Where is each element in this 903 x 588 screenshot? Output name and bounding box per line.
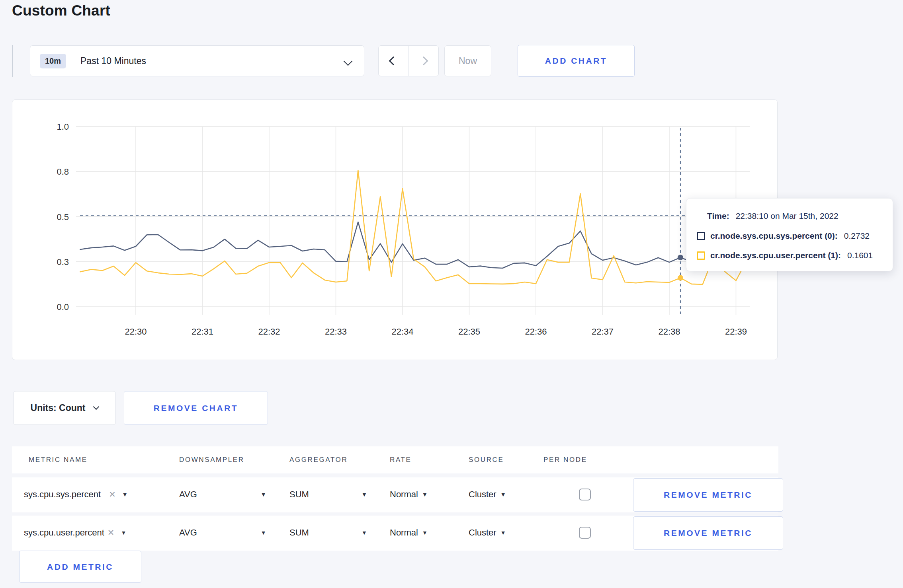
- rate-select[interactable]: Normal: [390, 528, 418, 538]
- source-select[interactable]: Cluster: [469, 528, 496, 538]
- time-range-label: Past 10 Minutes: [80, 56, 146, 66]
- clear-metric-icon[interactable]: ✕: [109, 490, 116, 499]
- svg-text:22:33: 22:33: [325, 327, 347, 337]
- time-range-select[interactable]: 10m Past 10 Minutes: [30, 45, 364, 76]
- chart-hover-tooltip: Time: 22:38:10 on Mar 15th, 2022 cr.node…: [686, 198, 893, 271]
- col-rate: RATE: [390, 456, 411, 464]
- col-downsampler: DOWNSAMPLER: [179, 456, 244, 464]
- svg-text:22:35: 22:35: [458, 327, 480, 337]
- user-series-swatch-icon: [697, 251, 705, 260]
- col-metric-name: METRIC NAME: [29, 456, 88, 464]
- remove-metric-button[interactable]: REMOVE METRIC: [633, 478, 783, 512]
- units-select[interactable]: Units: Count: [13, 391, 116, 425]
- metric-row: sys.cpu.sys.percent ✕ ▼ AVG▼ SUM▼ Normal…: [12, 477, 778, 512]
- svg-text:22:31: 22:31: [192, 327, 213, 337]
- page-title: Custom Chart: [12, 2, 110, 19]
- time-step-buttons: [378, 45, 439, 76]
- clear-metric-icon[interactable]: ✕: [108, 528, 115, 537]
- remove-chart-button[interactable]: REMOVE CHART: [124, 391, 268, 425]
- caret-down-icon[interactable]: ▼: [362, 491, 367, 498]
- metric-row: sys.cpu.user.percent ✕ ▼ AVG▼ SUM▼ Norma…: [12, 516, 778, 551]
- tooltip-series-value: 0.2732: [844, 231, 870, 241]
- metric-name-select[interactable]: sys.cpu.user.percent: [24, 528, 104, 538]
- svg-text:22:38: 22:38: [658, 327, 680, 337]
- per-node-checkbox[interactable]: [579, 489, 591, 500]
- downsampler-select[interactable]: AVG: [179, 489, 197, 500]
- chart-card[interactable]: 22:3022:3122:3222:3322:3422:3522:3622:37…: [12, 99, 778, 360]
- caret-down-icon[interactable]: ▼: [500, 530, 506, 536]
- caret-down-icon[interactable]: ▼: [422, 530, 428, 536]
- caret-down-icon[interactable]: ▼: [261, 491, 266, 498]
- svg-text:22:37: 22:37: [592, 327, 614, 337]
- col-per-node: PER NODE: [543, 456, 587, 464]
- svg-text:22:34: 22:34: [391, 327, 413, 337]
- caret-down-icon[interactable]: ▼: [500, 491, 506, 498]
- add-metric-button[interactable]: ADD METRIC: [19, 551, 141, 583]
- svg-text:0.8: 0.8: [57, 167, 69, 177]
- tooltip-series-name: cr.node.sys.cpu.sys.percent (0):: [710, 231, 838, 241]
- svg-text:0.0: 0.0: [57, 302, 69, 312]
- svg-text:0.5: 0.5: [57, 212, 69, 222]
- chevron-right-icon: [419, 56, 428, 66]
- chevron-down-icon: [344, 57, 353, 66]
- toolbar-divider: [12, 45, 13, 77]
- svg-text:1.0: 1.0: [57, 122, 69, 132]
- aggregator-select[interactable]: SUM: [289, 528, 309, 538]
- remove-metric-button[interactable]: REMOVE METRIC: [633, 516, 783, 550]
- timeseries-chart[interactable]: 22:3022:3122:3222:3322:3422:3522:3622:37…: [12, 100, 778, 360]
- chevron-down-icon: [93, 404, 100, 410]
- col-source: SOURCE: [469, 456, 504, 464]
- caret-down-icon[interactable]: ▼: [422, 491, 428, 498]
- time-range-badge: 10m: [40, 54, 66, 68]
- metrics-table-header: METRIC NAME DOWNSAMPLER AGGREGATOR RATE …: [12, 446, 778, 473]
- svg-text:22:39: 22:39: [725, 327, 747, 337]
- next-range-button[interactable]: [408, 46, 439, 76]
- downsampler-select[interactable]: AVG: [179, 528, 197, 538]
- svg-text:0.3: 0.3: [57, 257, 69, 267]
- tooltip-series-name: cr.node.sys.cpu.user.percent (1):: [710, 251, 841, 260]
- tooltip-time-value: 22:38:10 on Mar 15th, 2022: [736, 211, 838, 221]
- add-chart-button[interactable]: ADD CHART: [518, 45, 635, 77]
- rate-select[interactable]: Normal: [390, 489, 418, 500]
- caret-down-icon[interactable]: ▼: [121, 530, 126, 536]
- col-aggregator: AGGREGATOR: [289, 456, 348, 464]
- chevron-left-icon: [389, 56, 398, 66]
- units-label: Units: Count: [31, 403, 86, 413]
- tooltip-time-label: Time:: [707, 211, 729, 221]
- per-node-checkbox[interactable]: [579, 527, 591, 539]
- svg-text:22:32: 22:32: [258, 327, 280, 337]
- custom-chart-page: Custom Chart 10m Past 10 Minutes Now ADD…: [0, 0, 903, 588]
- caret-down-icon[interactable]: ▼: [261, 530, 266, 536]
- svg-text:22:36: 22:36: [525, 327, 547, 337]
- aggregator-select[interactable]: SUM: [289, 489, 309, 500]
- tooltip-series-value: 0.1601: [847, 251, 873, 260]
- source-select[interactable]: Cluster: [469, 489, 496, 500]
- sys-series-swatch-icon: [697, 232, 705, 240]
- svg-text:22:30: 22:30: [125, 327, 147, 337]
- prev-range-button[interactable]: [379, 46, 408, 76]
- caret-down-icon[interactable]: ▼: [122, 491, 128, 498]
- now-button[interactable]: Now: [444, 45, 491, 76]
- caret-down-icon[interactable]: ▼: [362, 530, 367, 536]
- metric-name-select[interactable]: sys.cpu.sys.percent: [24, 489, 101, 500]
